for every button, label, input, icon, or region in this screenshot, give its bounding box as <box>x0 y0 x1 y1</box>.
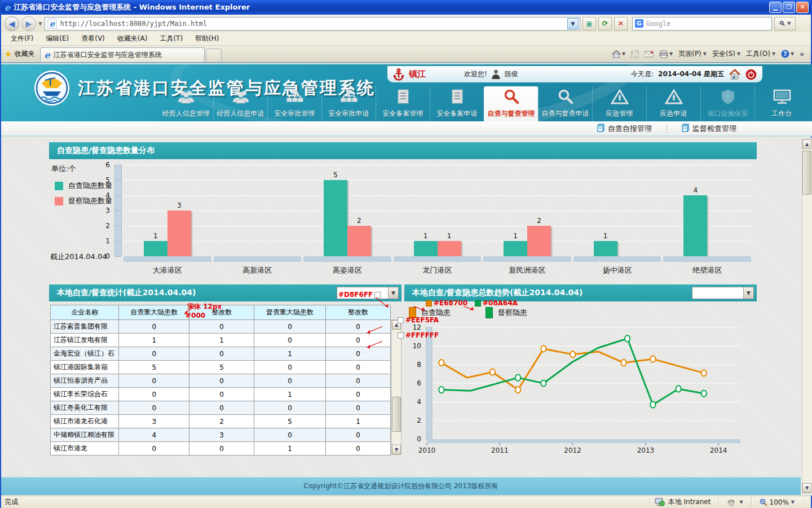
svg-text:2012: 2012 <box>564 446 581 454</box>
table-row-8[interactable]: 镇江市港龙石化港3251 <box>51 415 391 428</box>
svg-text:12: 12 <box>413 323 421 331</box>
nav-item-12[interactable]: 工作台 <box>754 86 809 121</box>
nav-item-7[interactable]: 自查与督查管理 <box>484 86 538 121</box>
anno-series1-color: #E68700 <box>426 299 467 307</box>
print-button[interactable]: ▼ <box>659 50 673 58</box>
nav-item-2[interactable]: 经营人信息申请 <box>213 86 267 121</box>
help-button[interactable]: ?▼ <box>781 50 794 58</box>
nav-item-9[interactable]: 应急管理 <box>592 86 646 121</box>
cell: 0 <box>189 401 254 415</box>
zoom-control[interactable]: 100% ▼ <box>760 498 795 506</box>
page-scroll-down-button[interactable]: ▼ <box>802 483 811 493</box>
svg-text:2014: 2014 <box>710 446 727 454</box>
nav-item-1[interactable]: 经营人信息管理 <box>159 86 213 121</box>
mail-button[interactable] <box>645 51 654 58</box>
logout-icon[interactable] <box>745 69 757 80</box>
bar-supervision <box>167 211 191 256</box>
sub-nav: 自查自报管理监督检查管理 <box>1 121 812 137</box>
new-tab-button[interactable] <box>206 49 222 62</box>
bar-self-check <box>144 241 167 256</box>
cell: 0 <box>325 347 390 361</box>
forward-button[interactable]: ▶ <box>21 16 36 31</box>
back-button[interactable]: ◀ <box>5 16 19 31</box>
menu-item-1[interactable]: 文件(F) <box>6 32 38 45</box>
bar-group-1: 13大港港区 <box>122 165 213 256</box>
subnav-item-1[interactable]: 自查自报管理 <box>582 124 667 134</box>
table-scroll-thumb[interactable] <box>392 397 401 432</box>
home-page-icon[interactable] <box>729 69 741 80</box>
menu-item-2[interactable]: 编辑(E) <box>41 32 74 45</box>
search-button[interactable]: 🔍︎▼ <box>774 17 796 30</box>
nav-item-4[interactable]: 安全审批申请 <box>321 86 376 121</box>
table-row-3[interactable]: 金海宏业（镇江）石0010 <box>51 347 391 361</box>
category-label: 龙门港区 <box>392 265 483 275</box>
stop-button[interactable]: ✕ <box>614 17 628 30</box>
favorites-label[interactable]: 收藏夹 <box>14 49 34 59</box>
page-scroll-thumb[interactable] <box>802 151 811 195</box>
home-button[interactable]: ▼ <box>612 50 625 58</box>
table-row-1[interactable]: 江苏索普集团有限0000 <box>51 320 391 334</box>
trend-filter-select[interactable]: ▼ <box>692 287 754 299</box>
tab-favicon: e <box>44 50 50 60</box>
search-box[interactable]: G Google <box>632 17 772 30</box>
safety-menu-button[interactable]: 安全(S)▼ <box>712 49 740 59</box>
cell: 0 <box>254 361 326 374</box>
compatibility-view-button[interactable]: ▣ <box>582 17 596 30</box>
favorites-star-icon[interactable]: ★ <box>5 49 12 59</box>
tools-menu-button[interactable]: 工具(O)▼ <box>746 49 775 59</box>
nav-item-3[interactable]: 安全审批管理 <box>267 86 321 121</box>
table-row-9[interactable]: 中储粮镇江粮油有限4300 <box>51 428 391 442</box>
svg-text:8: 8 <box>417 361 421 369</box>
page-menu-button[interactable]: 页面(P)▼ <box>678 49 707 59</box>
subnav-item-2[interactable]: 监督检查管理 <box>667 124 751 134</box>
table-scrollbar[interactable]: ▲ ▼ <box>391 319 401 455</box>
menu-item-3[interactable]: 查看(V) <box>76 32 110 45</box>
minimize-button[interactable]: ▁ <box>769 2 782 13</box>
table-row-4[interactable]: 镇江港国际集装箱5500 <box>51 361 391 374</box>
table-row-7[interactable]: 镇江奇美化工有限0000 <box>51 401 391 415</box>
magnifier-icon <box>503 89 520 107</box>
table-panel-title: 本地自查/督查统计(截止2014.04.04) <box>57 288 196 298</box>
overflow-chevron-icon[interactable]: » <box>800 50 804 58</box>
nav-item-6[interactable]: 安全备案申请 <box>430 86 484 121</box>
feeds-button[interactable] <box>631 50 639 58</box>
nav-item-8[interactable]: 自查与督查申请 <box>538 86 592 121</box>
cell: 0 <box>254 428 326 442</box>
address-dropdown-button[interactable]: ▼ <box>567 18 579 29</box>
address-bar: ◀ ▶ ▼ e http://localhost:8080/yjpt/Main.… <box>1 15 811 32</box>
nav-item-10[interactable]: 应急申请 <box>646 86 700 121</box>
table-row-6[interactable]: 镇江李长荣综合石0010 <box>51 388 391 401</box>
cell: 3 <box>119 415 189 428</box>
scroll-down-button[interactable]: ▼ <box>392 445 401 454</box>
category-label: 大港港区 <box>122 265 213 275</box>
nav-item-11[interactable]: 港口设施保安 <box>700 86 754 121</box>
page-scroll-up-button[interactable]: ▲ <box>802 139 811 149</box>
table-row-10[interactable]: 镇江市港龙0010 <box>51 442 391 456</box>
table-row-5[interactable]: 镇江恒泰沥青产品0000 <box>51 374 391 388</box>
cell: 1 <box>119 334 189 347</box>
close-button[interactable]: ✕ <box>796 2 809 13</box>
page-scrollbar[interactable]: ▲ ▼ <box>802 139 812 493</box>
anno-header-bg-color: #D8F6FF <box>338 291 381 299</box>
cell: 0 <box>325 361 390 374</box>
restore-button[interactable]: ❐ <box>783 2 795 13</box>
menu-item-4[interactable]: 收藏夹(A) <box>112 32 153 45</box>
bar-group-3: 52高姿港区 <box>302 165 392 256</box>
select-arrow-icon[interactable]: ▼ <box>388 287 398 299</box>
refresh-button[interactable]: ⟳ <box>598 17 612 30</box>
category-label: 绝壁港区 <box>662 265 752 275</box>
protected-mode-icon[interactable] <box>727 498 736 506</box>
menu-item-6[interactable]: 帮助(H) <box>190 32 224 45</box>
site-header: 镇江 欢迎您! 陈俊 今天是: 2014-04-04 星期五 <box>1 64 812 121</box>
history-dropdown-icon[interactable]: ▼ <box>38 21 42 27</box>
address-field[interactable]: e http://localhost:8080/yjpt/Main.html ▼ <box>45 17 580 30</box>
protected-mode-dropdown[interactable]: ▼ <box>739 500 743 505</box>
document-icon <box>597 124 604 134</box>
menu-item-5[interactable]: 工具(T) <box>155 32 188 45</box>
browser-tab[interactable]: e 江苏省港口安全监管与应急管理系统 <box>40 47 205 62</box>
cell: 0 <box>189 374 254 388</box>
svg-text:2011: 2011 <box>491 446 509 454</box>
nav-item-5[interactable]: 安全备案管理 <box>376 86 430 121</box>
select-arrow-icon[interactable]: ▼ <box>743 287 753 299</box>
table-row-2[interactable]: 江苏镇江发电有限1100 <box>51 334 391 347</box>
